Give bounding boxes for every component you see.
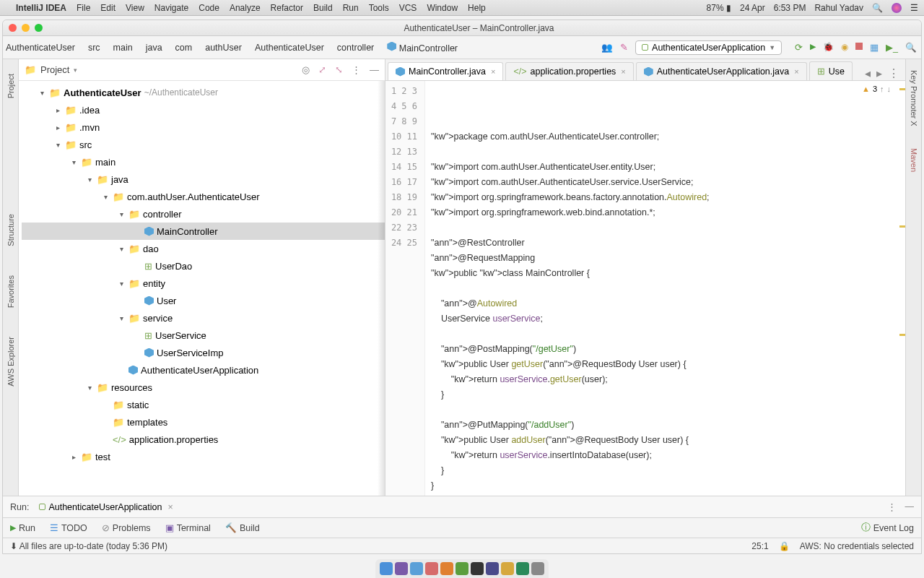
lock-icon[interactable]: 🔒 bbox=[779, 541, 790, 551]
menu-view[interactable]: View bbox=[126, 3, 144, 13]
tree-item[interactable]: ▾📁 service bbox=[22, 309, 385, 327]
prev-tab-icon[interactable]: ◂ bbox=[865, 66, 871, 80]
menu-run[interactable]: Run bbox=[343, 3, 359, 13]
tree-item[interactable]: ▸📁 .mvn bbox=[22, 118, 385, 136]
hide-icon[interactable]: — bbox=[370, 64, 379, 75]
tree-item[interactable]: ▾📁 src bbox=[22, 136, 385, 153]
dock-app[interactable] bbox=[440, 562, 453, 575]
tab-terminal[interactable]: ▣Terminal bbox=[165, 522, 211, 533]
app-name[interactable]: IntelliJ IDEA bbox=[16, 3, 66, 13]
menu-navigate[interactable]: Navigate bbox=[154, 3, 188, 13]
menu-icon[interactable]: ☰ bbox=[910, 3, 918, 13]
tree-item[interactable]: ▸📁 test bbox=[22, 448, 385, 465]
tree-item[interactable]: ▾📁 controller bbox=[22, 205, 385, 223]
build-icon[interactable]: ⟳ bbox=[795, 42, 803, 53]
project-view-title[interactable]: Project bbox=[40, 64, 69, 75]
vcs-widget[interactable]: ⬇ All files are up-to-date (today 5:36 P… bbox=[10, 541, 167, 551]
dock-app[interactable] bbox=[486, 562, 499, 575]
stop-button[interactable] bbox=[855, 42, 863, 53]
dock-app[interactable] bbox=[456, 562, 468, 575]
crumb-7[interactable]: controller bbox=[334, 41, 377, 54]
tree-item[interactable]: ▸📁 .idea bbox=[22, 101, 385, 118]
crumb-6[interactable]: AuthenticateUser bbox=[252, 41, 327, 54]
dock-app[interactable] bbox=[395, 562, 408, 575]
editor-tab[interactable]: AuthenticateUserApplication.java× bbox=[636, 62, 807, 80]
siri-icon[interactable] bbox=[892, 3, 902, 13]
tree-item[interactable]: ▾📁 dao bbox=[22, 240, 385, 257]
run-hide-icon[interactable]: — bbox=[905, 501, 915, 512]
wand-icon[interactable]: ✎ bbox=[620, 42, 628, 53]
close-tab-icon[interactable]: × bbox=[621, 67, 625, 76]
crumb-5[interactable]: authUser bbox=[202, 41, 245, 54]
menu-refactor[interactable]: Refactor bbox=[271, 3, 303, 13]
menu-code[interactable]: Code bbox=[199, 3, 219, 13]
event-log[interactable]: ⓘEvent Log bbox=[861, 522, 914, 534]
code-editor[interactable]: "kw">package com.authUser.AuthenticateUs… bbox=[425, 81, 905, 496]
tree-item[interactable]: UserServiceImp bbox=[22, 344, 385, 361]
tab-build[interactable]: 🔨Build bbox=[225, 522, 260, 533]
tool-structure[interactable]: Structure bbox=[6, 214, 15, 246]
menu-file[interactable]: File bbox=[77, 3, 90, 13]
run-settings-icon[interactable]: ⋮ bbox=[887, 501, 897, 512]
minimize-button[interactable] bbox=[22, 24, 30, 32]
close-tab-icon[interactable]: × bbox=[491, 67, 495, 76]
settings-icon[interactable]: ⋮ bbox=[352, 64, 361, 75]
menu-help[interactable]: Help bbox=[468, 3, 486, 13]
menu-build[interactable]: Build bbox=[313, 3, 333, 13]
menu-tools[interactable]: Tools bbox=[369, 3, 389, 13]
menu-window[interactable]: Window bbox=[427, 3, 458, 13]
error-stripe[interactable] bbox=[898, 81, 905, 496]
tool-maven[interactable]: Maven bbox=[910, 148, 918, 172]
dock-app[interactable] bbox=[380, 562, 393, 575]
tab-problems[interactable]: ⊘Problems bbox=[102, 522, 151, 533]
tool-favorites[interactable]: Favorites bbox=[6, 275, 15, 308]
crumb-0[interactable]: AuthenticateUser bbox=[3, 41, 78, 54]
macos-dock[interactable] bbox=[375, 559, 549, 578]
menu-analyze[interactable]: Analyze bbox=[230, 3, 261, 13]
target-icon[interactable]: ◎ bbox=[302, 64, 310, 75]
tool-keypromoter[interactable]: Key Promoter X bbox=[910, 70, 918, 126]
close-button[interactable] bbox=[9, 24, 17, 32]
run-button[interactable]: ▶ bbox=[810, 42, 816, 53]
tree-item[interactable]: User bbox=[22, 292, 385, 309]
tool-aws[interactable]: AWS Explorer bbox=[6, 337, 15, 387]
zoom-button[interactable] bbox=[35, 24, 43, 32]
tree-item[interactable]: ▾📁 entity bbox=[22, 275, 385, 292]
run-config-selector[interactable]: AuthenticateUserApplication ▼ bbox=[635, 40, 782, 55]
dock-app[interactable] bbox=[531, 562, 544, 575]
tree-item[interactable]: MainController bbox=[22, 223, 385, 240]
debug-button[interactable]: 🐞 bbox=[823, 42, 834, 53]
user-icon[interactable]: 👥 bbox=[601, 42, 613, 53]
crumb-8[interactable]: MainController bbox=[384, 40, 461, 55]
layout-icon[interactable]: ▦ bbox=[870, 42, 879, 53]
editor-tab[interactable]: MainController.java× bbox=[388, 62, 503, 80]
dock-app[interactable] bbox=[410, 562, 423, 575]
tree-item[interactable]: ▾📁 AuthenticateUser ~/AuthenticateUser bbox=[22, 84, 385, 101]
tree-item[interactable]: ⊞ UserService bbox=[22, 327, 385, 344]
crumb-2[interactable]: main bbox=[110, 41, 136, 54]
crumb-1[interactable]: src bbox=[85, 41, 103, 54]
tree-item[interactable]: ▾📁 java bbox=[22, 171, 385, 188]
crumb-4[interactable]: com bbox=[173, 41, 196, 54]
tree-item[interactable]: 📁 templates bbox=[22, 413, 385, 431]
coverage-button[interactable]: ◉ bbox=[841, 42, 848, 53]
dock-app[interactable] bbox=[501, 562, 514, 575]
tree-item[interactable]: ⊞ UserDao bbox=[22, 257, 385, 275]
caret-position[interactable]: 25:1 bbox=[751, 541, 768, 551]
aws-status[interactable]: AWS: No credentials selected bbox=[800, 541, 914, 551]
tree-item[interactable]: AuthenticateUserApplication bbox=[22, 361, 385, 379]
collapse-icon[interactable]: ⤡ bbox=[335, 64, 343, 75]
close-run-tab[interactable]: × bbox=[167, 502, 173, 512]
tab-todo[interactable]: ☰TODO bbox=[50, 522, 87, 533]
close-tab-icon[interactable]: × bbox=[794, 67, 798, 76]
spotlight-icon[interactable]: 🔍 bbox=[872, 3, 883, 13]
search-icon[interactable]: 🔍 bbox=[905, 42, 917, 53]
tab-list-icon[interactable]: ⋮ bbox=[888, 66, 899, 80]
editor-tab[interactable]: </>application.properties× bbox=[505, 62, 633, 80]
tool-project[interactable]: Project bbox=[6, 74, 15, 98]
menu-edit[interactable]: Edit bbox=[100, 3, 116, 13]
tree-item[interactable]: ▾📁 com.authUser.AuthenticateUser bbox=[22, 188, 385, 205]
tree-item[interactable]: 📁 static bbox=[22, 396, 385, 413]
project-tree[interactable]: ▾📁 AuthenticateUser ~/AuthenticateUser▸📁… bbox=[19, 81, 385, 496]
expand-icon[interactable]: ⤢ bbox=[318, 64, 326, 75]
